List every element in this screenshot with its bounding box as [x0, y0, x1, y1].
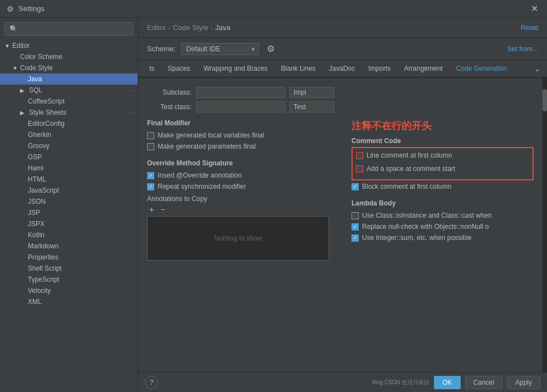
use-class-checkbox[interactable] [351, 212, 359, 219]
sidebar-item-java[interactable]: Java [0, 74, 138, 85]
sidebar-item-editor[interactable]: ▼ Editor [0, 40, 138, 51]
sidebar-item-label: Java [28, 75, 42, 83]
line-comment-checkbox[interactable] [356, 152, 363, 159]
tab-code-generation[interactable]: Code Generation [450, 60, 514, 78]
sidebar-item-editorconfig[interactable]: EditorConfig [0, 118, 138, 129]
make-local-checkbox[interactable] [147, 132, 154, 139]
subclass-suffix-input[interactable] [290, 87, 334, 98]
final-modifier-section: Final Modifier Make generated local vari… [147, 119, 329, 150]
sidebar-item-gsp[interactable]: GSP [0, 151, 138, 163]
tab-spaces[interactable]: Spaces [161, 60, 197, 78]
sidebar-item-code-style[interactable]: ▼ Code Style [0, 62, 138, 74]
sidebar-item-color-scheme[interactable]: Color Scheme [0, 51, 138, 62]
sidebar-item-xml[interactable]: XML [0, 296, 138, 307]
block-comment-row: Block comment at first column [351, 183, 534, 190]
apply-button[interactable]: Apply [507, 376, 540, 389]
set-from-link[interactable]: Set from... [507, 45, 538, 53]
sidebar-item-coffeescript[interactable]: CoffeeScript [0, 96, 138, 107]
lambda-body-title: Lambda Body [351, 199, 534, 207]
block-comment-label: Block comment at first column [362, 183, 451, 190]
watermark-text: blog.CSDN 生活只有目 [372, 379, 429, 386]
main-panel: Editor › Code Style › Java Reset Scheme:… [138, 18, 547, 392]
replace-null-row: Replace null-check with Objects::nonNull… [351, 223, 534, 231]
tab-imports[interactable]: Imports [362, 60, 397, 78]
ellipsis-icon: ⋯ [126, 86, 133, 94]
tab-blank-lines[interactable]: Blank Lines [275, 60, 323, 78]
comment-code-title: Comment Code [351, 137, 534, 145]
sidebar-item-groovy[interactable]: Groovy [0, 140, 138, 151]
content-area: ▼ Editor Color Scheme ▼ Code Style Java [0, 18, 547, 392]
repeat-synchronized-checkbox[interactable] [147, 183, 154, 190]
expand-arrow: ▼ [4, 43, 12, 49]
sidebar-item-jspx[interactable]: JSPX [0, 218, 138, 229]
sidebar-item-haml[interactable]: Haml [0, 163, 138, 174]
insert-override-row: Insert @Override annotation [147, 171, 329, 179]
sidebar-item-label: Properties [28, 253, 58, 261]
test-class-input[interactable] [196, 101, 285, 112]
gear-button[interactable]: ⚙ [265, 42, 277, 55]
tab-arrangement[interactable]: Arrangement [397, 60, 449, 78]
tab-javadoc[interactable]: JavaDoc [323, 60, 362, 78]
sidebar-item-velocity[interactable]: Velocity [0, 285, 138, 296]
window-title: Settings [18, 4, 45, 13]
reset-button[interactable]: Reset [521, 24, 538, 32]
help-button[interactable]: ? [145, 376, 158, 389]
make-local-row: Make generated local variables final [147, 131, 329, 139]
sidebar-item-sql[interactable]: ▶ SQL ⋯ [0, 85, 138, 96]
add-space-checkbox[interactable] [356, 165, 363, 173]
sidebar-item-gherkin[interactable]: Gherkin [0, 129, 138, 140]
cancel-button[interactable]: Cancel [465, 376, 502, 389]
tab-ts[interactable]: ts [143, 60, 161, 78]
replace-null-checkbox[interactable] [351, 223, 359, 231]
sidebar-item-label: Markdown [28, 242, 58, 250]
annotations-to-copy-section: Annotations to Copy + − Nothing to show [147, 195, 329, 261]
sidebar-item-label: SQL [29, 86, 42, 94]
close-icon[interactable]: ✕ [529, 3, 540, 14]
comment-code-section: Comment Code Line comment at first colum… [351, 137, 534, 190]
expand-arrow: ▶ [20, 87, 28, 94]
sidebar-item-label: Haml [28, 164, 43, 172]
comment-code-box: Line comment at first column Add a space… [351, 147, 534, 180]
make-params-label: Make generated parameters final [158, 143, 256, 150]
sidebar-item-html[interactable]: HTML [0, 174, 138, 185]
sidebar-item-json[interactable]: JSON [0, 196, 138, 207]
subclass-input[interactable] [196, 87, 285, 98]
scheme-select[interactable]: Default IDE Project [181, 43, 259, 55]
sidebar-item-properties[interactable]: Properties [0, 252, 138, 263]
sidebar-item-jsp[interactable]: JSP [0, 207, 138, 218]
ellipsis-icon: ⋯ [126, 109, 133, 116]
block-comment-checkbox[interactable] [351, 183, 359, 190]
line-comment-label: Line comment at first column [367, 151, 452, 159]
sidebar-item-javascript[interactable]: JavaScript [0, 185, 138, 196]
sidebar-item-label: TypeScript [28, 276, 60, 283]
sidebar-item-kotlin[interactable]: Kotlin [0, 229, 138, 241]
scrollbar[interactable] [543, 78, 547, 372]
sidebar-item-shell-script[interactable]: Shell Script [0, 263, 138, 274]
breadcrumb-java: Java [215, 23, 230, 32]
tab-wrapping[interactable]: Wrapping and Braces [197, 60, 274, 78]
remove-annotation-button[interactable]: − [158, 205, 167, 214]
sidebar-item-markdown[interactable]: Markdown [0, 241, 138, 252]
use-integer-row: Use Integer::sum, etc. when possible [351, 234, 534, 242]
sidebar-item-style-sheets[interactable]: ▶ Style Sheets ⋯ [0, 107, 138, 118]
sidebar-item-typescript[interactable]: TypeScript [0, 274, 138, 285]
search-input[interactable] [4, 22, 133, 36]
insert-override-checkbox[interactable] [147, 172, 154, 179]
test-class-suffix-input[interactable] [290, 101, 334, 112]
search-bar [0, 18, 138, 40]
make-params-checkbox[interactable] [147, 143, 154, 150]
app-icon: ⚙ [7, 4, 14, 13]
scrollbar-thumb[interactable] [543, 89, 547, 111]
add-annotation-button[interactable]: + [147, 205, 156, 214]
naming-section: Subclass: Test class: [147, 87, 534, 112]
add-space-row: Add a space at comment start [356, 165, 529, 173]
sidebar-item-label: JSPX [28, 220, 45, 228]
test-class-label: Test class: [147, 103, 192, 111]
ok-button[interactable]: OK [434, 376, 460, 389]
scheme-label: Scheme: [147, 45, 175, 53]
tabs-more-button[interactable]: ⌄ [532, 61, 543, 76]
subclass-row: Subclass: [147, 87, 534, 98]
use-integer-checkbox[interactable] [351, 234, 359, 242]
sidebar-item-label: Kotlin [28, 231, 45, 239]
right-column: 注释不在行的开头 Comment Code Line comment at fi… [351, 119, 534, 261]
